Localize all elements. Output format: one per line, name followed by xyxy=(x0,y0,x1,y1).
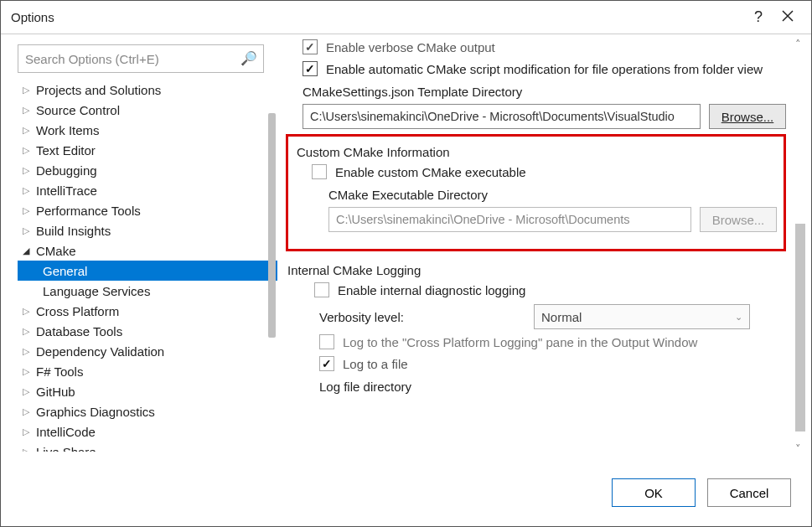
tree-item-cmake[interactable]: ◢CMake xyxy=(18,240,277,261)
tree-item-build-insights[interactable]: ▷Build Insights xyxy=(18,220,277,240)
caret-right-icon: ▷ xyxy=(23,225,36,236)
exe-dir-label: CMake Executable Directory xyxy=(328,188,777,202)
enable-logging-checkbox[interactable] xyxy=(314,282,329,297)
tree-item-label: GitHub xyxy=(36,385,75,399)
verbosity-value: Normal xyxy=(541,310,582,324)
tree-item-label: F# Tools xyxy=(36,364,83,379)
internal-logging-group-title: Internal CMake Logging xyxy=(287,263,786,277)
tree-item-database-tools[interactable]: ▷Database Tools xyxy=(18,321,277,341)
title-bar: Options ? xyxy=(1,1,811,34)
caret-right-icon: ▷ xyxy=(23,205,36,216)
custom-cmake-highlight: Custom CMake Information Enable custom C… xyxy=(286,134,786,251)
caret-right-icon: ▷ xyxy=(23,165,36,176)
verbose-output-label: Enable verbose CMake output xyxy=(326,40,495,54)
caret-down-icon: ◢ xyxy=(23,245,36,256)
tree-item-label: Performance Tools xyxy=(36,204,141,218)
left-pane: 🔍 ▷Projects and Solutions▷Source Control… xyxy=(1,34,277,460)
caret-right-icon: ▷ xyxy=(23,386,36,397)
window-title: Options xyxy=(11,10,742,24)
caret-right-icon: ▷ xyxy=(23,326,36,337)
caret-right-icon: ▷ xyxy=(23,185,36,196)
log-to-file-label: Log to a file xyxy=(343,357,408,371)
log-file-dir-label: Log file directory xyxy=(319,380,786,394)
tree-item-label: IntelliTrace xyxy=(36,183,97,198)
tree-item-label: Text Editor xyxy=(36,143,96,158)
cancel-button[interactable]: Cancel xyxy=(707,478,791,507)
tree-item-debugging[interactable]: ▷Debugging xyxy=(18,160,277,180)
template-dir-browse-button[interactable]: Browse... xyxy=(709,104,786,129)
tree-item-label: Cross Platform xyxy=(36,304,119,318)
tree-item-live-share[interactable]: ▷Live Share xyxy=(18,442,277,452)
tree-item-graphics-diagnostics[interactable]: ▷Graphics Diagnostics xyxy=(18,401,277,421)
auto-script-mod-checkbox[interactable] xyxy=(303,61,318,76)
chevron-down-icon: ⌄ xyxy=(735,312,742,323)
caret-right-icon: ▷ xyxy=(23,346,36,357)
content-scrollbar[interactable]: ˄ ˅ xyxy=(793,38,808,455)
log-to-file-checkbox[interactable] xyxy=(319,356,334,371)
tree-item-source-control[interactable]: ▷Source Control xyxy=(18,100,277,120)
caret-right-icon: ▷ xyxy=(23,447,36,452)
auto-script-mod-label: Enable automatic CMake script modificati… xyxy=(326,62,763,76)
tree-item-general[interactable]: General xyxy=(18,261,277,281)
right-pane: Enable verbose CMake output Enable autom… xyxy=(277,34,811,460)
tree-item-language-services[interactable]: Language Services xyxy=(18,281,277,301)
close-icon xyxy=(781,9,794,23)
content-scrollbar-thumb[interactable] xyxy=(795,224,805,431)
options-tree[interactable]: ▷Projects and Solutions▷Source Control▷W… xyxy=(18,80,277,452)
tree-item-label: Projects and Solutions xyxy=(36,83,161,97)
caret-right-icon: ▷ xyxy=(23,426,36,437)
enable-custom-cmake-label: Enable custom CMake executable xyxy=(335,165,526,179)
tree-item-intellicode[interactable]: ▷IntelliCode xyxy=(18,421,277,442)
tree-item-label: Live Share xyxy=(36,445,96,452)
search-input[interactable] xyxy=(18,44,264,73)
tree-item-text-editor[interactable]: ▷Text Editor xyxy=(18,140,277,160)
template-dir-input[interactable] xyxy=(303,104,701,129)
custom-cmake-group-title: Custom CMake Information xyxy=(297,145,777,159)
enable-custom-cmake-checkbox[interactable] xyxy=(312,164,327,179)
caret-right-icon: ▷ xyxy=(23,125,36,136)
exe-dir-input xyxy=(328,207,691,232)
caret-right-icon: ▷ xyxy=(23,145,36,156)
caret-right-icon: ▷ xyxy=(23,105,36,116)
template-dir-label: CMakeSettings.json Template Directory xyxy=(303,85,786,99)
tree-item-github[interactable]: ▷GitHub xyxy=(18,381,277,401)
tree-item-work-items[interactable]: ▷Work Items xyxy=(18,120,277,140)
caret-right-icon: ▷ xyxy=(23,85,36,96)
tree-item-label: General xyxy=(43,264,87,278)
help-button[interactable]: ? xyxy=(742,8,774,26)
log-to-pane-label: Log to the "Cross Platform Logging" pane… xyxy=(343,335,697,349)
tree-item-label: Dependency Validation xyxy=(36,344,164,359)
tree-scrollbar-thumb[interactable] xyxy=(268,113,276,338)
tree-item-cross-platform[interactable]: ▷Cross Platform xyxy=(18,301,277,321)
enable-logging-label: Enable internal diagnostic logging xyxy=(338,283,525,297)
tree-item-intellitrace[interactable]: ▷IntelliTrace xyxy=(18,180,277,200)
tree-item-label: IntelliCode xyxy=(36,425,96,439)
caret-right-icon: ▷ xyxy=(23,406,36,417)
verbosity-combo[interactable]: Normal ⌄ xyxy=(534,304,750,329)
tree-item-label: CMake xyxy=(36,244,76,258)
exe-dir-browse-button: Browse... xyxy=(700,207,777,232)
scroll-down-icon[interactable]: ˅ xyxy=(795,442,801,455)
scroll-up-icon[interactable]: ˄ xyxy=(795,38,801,50)
caret-right-icon: ▷ xyxy=(23,366,36,377)
tree-item-f-tools[interactable]: ▷F# Tools xyxy=(18,361,277,381)
tree-item-label: Debugging xyxy=(36,163,97,178)
tree-item-label: Language Services xyxy=(43,284,150,298)
tree-item-label: Graphics Diagnostics xyxy=(36,405,155,419)
tree-item-dependency-validation[interactable]: ▷Dependency Validation xyxy=(18,341,277,361)
caret-right-icon: ▷ xyxy=(23,306,36,317)
ok-button[interactable]: OK xyxy=(612,478,696,507)
tree-item-label: Build Insights xyxy=(36,224,111,238)
tree-item-label: Database Tools xyxy=(36,324,122,338)
tree-item-performance-tools[interactable]: ▷Performance Tools xyxy=(18,200,277,220)
search-icon: 🔍 xyxy=(240,50,257,66)
log-to-pane-checkbox[interactable] xyxy=(319,334,334,349)
verbosity-label: Verbosity level: xyxy=(319,310,525,324)
verbose-output-checkbox[interactable] xyxy=(303,39,318,54)
tree-item-label: Work Items xyxy=(36,123,100,137)
tree-item-label: Source Control xyxy=(36,103,120,117)
close-button[interactable] xyxy=(774,9,801,26)
dialog-footer: OK Cancel xyxy=(1,460,811,525)
tree-item-projects-and-solutions[interactable]: ▷Projects and Solutions xyxy=(18,80,277,100)
